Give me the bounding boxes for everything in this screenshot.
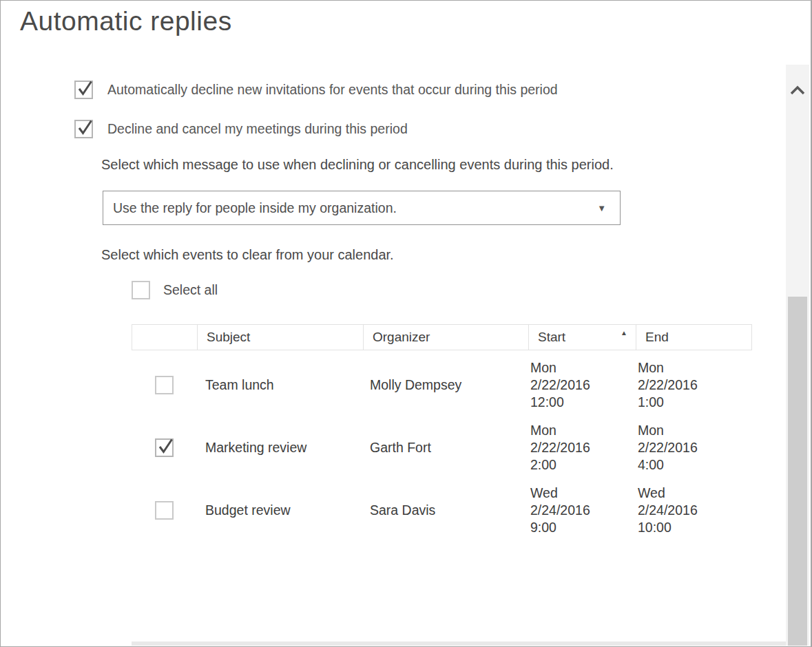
checkmark-icon xyxy=(156,437,175,457)
horizontal-scrollbar-thumb[interactable] xyxy=(132,641,786,646)
cell-subject: Budget review xyxy=(197,502,363,518)
start-date: 2/22/2016 xyxy=(530,439,636,456)
events-section-label: Select which events to clear from your c… xyxy=(101,247,394,263)
select-all-label: Select all xyxy=(163,282,218,298)
decline-new-invitations-checkbox[interactable] xyxy=(74,81,93,99)
row-checkbox[interactable] xyxy=(155,376,174,394)
start-day: Mon xyxy=(530,422,636,439)
header-start-label: Start xyxy=(538,330,565,344)
select-all-row: Select all xyxy=(132,281,218,299)
header-organizer[interactable]: Organizer xyxy=(364,325,529,350)
start-time: 9:00 xyxy=(530,519,636,536)
end-day: Mon xyxy=(638,359,751,376)
chevron-down-icon: ▼ xyxy=(597,203,606,213)
automatic-replies-panel: Automatic replies Automatically decline … xyxy=(0,0,812,647)
end-time: 1:00 xyxy=(638,394,751,411)
scroll-up-button[interactable] xyxy=(786,80,809,100)
start-day: Mon xyxy=(530,359,636,376)
end-day: Wed xyxy=(638,485,751,502)
table-header-row: Subject Organizer Start ▲ End xyxy=(132,324,752,350)
cell-subject: Marketing review xyxy=(197,440,363,456)
table-row: Team lunch Molly Dempsey Mon 2/22/2016 1… xyxy=(132,354,752,416)
end-date: 2/22/2016 xyxy=(638,376,751,394)
start-date: 2/24/2016 xyxy=(530,502,636,519)
events-table: Subject Organizer Start ▲ End Team lunch… xyxy=(132,324,752,542)
end-date: 2/24/2016 xyxy=(638,502,751,519)
start-date: 2/22/2016 xyxy=(530,376,636,394)
row-checkbox[interactable] xyxy=(155,438,174,457)
chevron-up-icon xyxy=(790,85,805,95)
checkmark-icon xyxy=(76,118,94,138)
decline-message-dropdown[interactable]: Use the reply for people inside my organ… xyxy=(103,191,621,225)
row-checkbox[interactable] xyxy=(155,501,174,520)
start-day: Wed xyxy=(530,485,636,502)
checkmark-icon xyxy=(76,79,94,99)
cell-start: Wed 2/24/2016 9:00 xyxy=(528,479,636,542)
cell-end: Wed 2/24/2016 10:00 xyxy=(636,479,751,542)
table-row: Budget review Sara Davis Wed 2/24/2016 9… xyxy=(132,479,752,542)
end-time: 4:00 xyxy=(638,456,751,474)
end-time: 10:00 xyxy=(638,519,751,536)
select-all-checkbox[interactable] xyxy=(132,281,150,299)
start-time: 12:00 xyxy=(530,394,636,411)
sort-ascending-icon: ▲ xyxy=(621,326,627,340)
option-decline-cancel-meetings: Decline and cancel my meetings during th… xyxy=(74,120,408,138)
decline-cancel-meetings-checkbox[interactable] xyxy=(74,120,93,138)
cell-organizer: Molly Dempsey xyxy=(363,377,528,393)
vertical-scrollbar[interactable] xyxy=(786,65,809,646)
end-day: Mon xyxy=(638,422,751,439)
cell-organizer: Sara Davis xyxy=(363,502,528,518)
option-label: Automatically decline new invitations fo… xyxy=(107,82,558,98)
header-start[interactable]: Start ▲ xyxy=(529,325,636,350)
option-decline-new-invitations: Automatically decline new invitations fo… xyxy=(74,81,558,99)
cell-organizer: Garth Fort xyxy=(363,440,528,456)
start-time: 2:00 xyxy=(530,456,636,474)
option-label: Decline and cancel my meetings during th… xyxy=(107,121,408,137)
message-section-label: Select which message to use when declini… xyxy=(101,157,614,173)
cell-start: Mon 2/22/2016 12:00 xyxy=(528,354,636,416)
cell-start: Mon 2/22/2016 2:00 xyxy=(528,416,636,479)
end-date: 2/22/2016 xyxy=(638,439,751,456)
cell-end: Mon 2/22/2016 1:00 xyxy=(636,354,751,416)
table-body: Team lunch Molly Dempsey Mon 2/22/2016 1… xyxy=(132,354,752,542)
dropdown-selected-value: Use the reply for people inside my organ… xyxy=(103,200,597,216)
cell-end: Mon 2/22/2016 4:00 xyxy=(636,416,751,479)
header-checkbox-column xyxy=(132,325,198,350)
table-row: Marketing review Garth Fort Mon 2/22/201… xyxy=(132,416,752,479)
header-end[interactable]: End xyxy=(636,325,751,350)
cell-subject: Team lunch xyxy=(197,377,363,393)
vertical-scrollbar-thumb[interactable] xyxy=(788,297,807,646)
page-title: Automatic replies xyxy=(20,6,232,36)
header-subject[interactable]: Subject xyxy=(198,325,364,350)
